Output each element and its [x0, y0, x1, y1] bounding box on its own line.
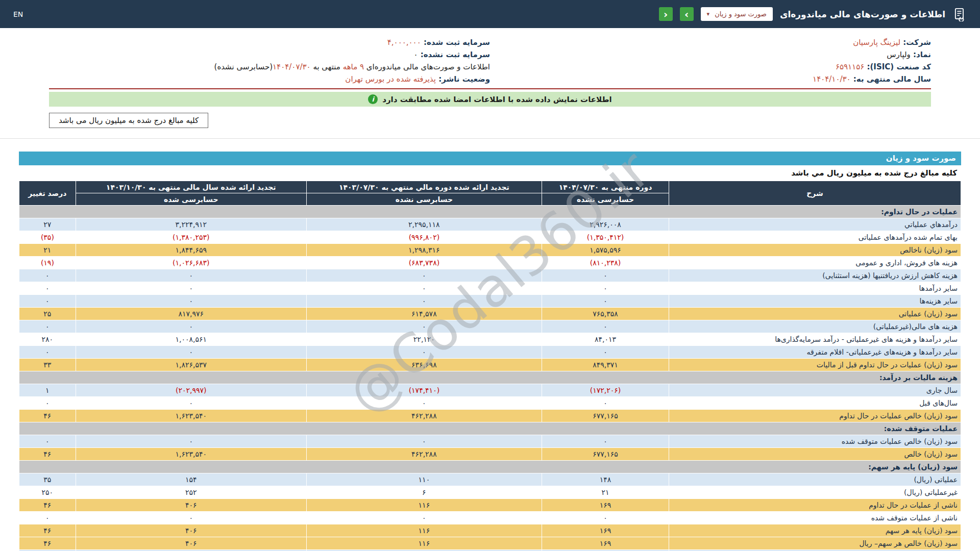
percent-change-cell: ۳۳: [19, 359, 76, 371]
value-cell: (۶۸۳,۷۳۸): [306, 257, 542, 269]
row-description: درآمدهاي عملياتي: [669, 218, 961, 231]
table-row: بهای تمام شده درآمدهای عملیاتی(۱,۳۵۰,۴۱۲…: [19, 231, 961, 244]
section-row: عملیات در حال تداوم:: [19, 206, 961, 218]
info-segment: لیزینگ پارسیان: [853, 38, 900, 47]
info-segment: سرمایه ثبت نشده:: [418, 50, 490, 59]
value-cell: ۰: [76, 397, 306, 410]
value-cell: ۱۱۶: [306, 524, 542, 537]
table-row: هزینه های مالی(غیرعملیاتی)۰۰۰۰: [19, 320, 961, 333]
percent-change-cell: ۴۶: [19, 410, 76, 422]
value-cell: ۱,۸۴۴,۶۵۹: [76, 244, 306, 257]
next-sheet-button[interactable]: ›: [680, 7, 694, 21]
section-row: هزینه مالیات بر درآمد:: [19, 371, 961, 384]
unit-note-wrap: کلیه مبالغ درج شده به میلیون ریال می باش…: [49, 113, 931, 128]
table-row: سایر درآمدها۰۰۰۰: [19, 282, 961, 295]
value-cell: ۰: [542, 269, 669, 282]
row-description: ناشی از عملیات در حال تداوم: [669, 499, 961, 512]
info-row: نماد: ولپارس: [490, 48, 931, 61]
row-description: سود (زيان) ناخالص: [669, 244, 961, 257]
value-cell: ۶: [306, 486, 542, 499]
value-cell: ۰: [76, 269, 306, 282]
info-segment: ۰: [413, 50, 418, 59]
percent-change-cell: ۱: [19, 384, 76, 397]
info-segment: ۱۴۰۴/۰۷/۳۰: [273, 62, 311, 71]
value-cell: ۱,۶۲۳,۵۴۰: [76, 410, 306, 422]
value-cell: ۱۱۶: [306, 537, 542, 550]
table-row: سال‌های قبل۰۰۰۰: [19, 397, 961, 410]
section-label: عملیات متوقف شده:: [19, 422, 961, 435]
value-cell: ۰: [542, 435, 669, 448]
value-cell: ۶۷۷,۱۶۵: [542, 448, 669, 461]
percent-change-cell: ۰: [19, 282, 76, 295]
prev-sheet-button[interactable]: ‹: [659, 7, 673, 21]
table-row: سال جاری(۱۷۲,۲۰۶)(۱۷۴,۴۱۰)(۲۰۲,۹۹۷)۱: [19, 384, 961, 397]
chevron-down-icon: ▾: [707, 11, 710, 17]
value-cell: (۲۰۲,۹۹۷): [76, 384, 306, 397]
value-cell: (۹۹۶,۸۰۲): [306, 231, 542, 244]
percent-change-cell: ۰: [19, 295, 76, 308]
percent-change-cell: (۱۹): [19, 257, 76, 269]
percent-change-cell: ۴۶: [19, 524, 76, 537]
percent-change-cell: ۰: [19, 346, 76, 359]
value-cell: ۰: [76, 435, 306, 448]
section-label: عملیات در حال تداوم:: [19, 206, 961, 218]
value-cell: ۱۶۹: [542, 499, 669, 512]
col-header-period-annual: تجدید ارائه شده سال مالی منتهی به ۱۴۰۳/۱…: [76, 181, 306, 193]
percent-change-cell: ۰: [19, 269, 76, 282]
table-row: غیرعملیاتی (ریال)۲۱۶۲۵۲۲۵۰: [19, 486, 961, 499]
value-cell: ۰: [306, 435, 542, 448]
info-segment: کد صنعت (ISIC):: [864, 62, 931, 71]
col-header-percent-change: درصد تغییر: [19, 181, 76, 206]
row-description: سایر درآمدها و هزینه های غیرعملیاتی - در…: [669, 333, 961, 346]
row-description: بهای تمام شده درآمدهای عملیاتی: [669, 231, 961, 244]
table-row: سود (زیان) خالص عملیات متوقف شده۰۰۰۰: [19, 435, 961, 448]
col-header-period-prior: تجدید ارائه شده دوره مالي منتهي به ۱۴۰۳/…: [306, 181, 542, 193]
table-row: ناشی از عملیات در حال تداوم۱۶۹۱۱۶۴۰۶۴۶: [19, 499, 961, 512]
match-notice-text: اطلاعات نمایش داده شده با اطلاعات امضا ش…: [382, 95, 611, 104]
sheet-select-dropdown[interactable]: صورت سود و زیان ▾: [701, 7, 773, 21]
statement-table-header: شرح دوره منتهی به ۱۴۰۴/۰۷/۳۰ تجدید ارائه…: [19, 181, 961, 206]
row-description: سال جاری: [669, 384, 961, 397]
value-cell: ۱,۸۲۶,۵۳۷: [76, 359, 306, 371]
value-cell: ۸۴۹,۳۷۱: [542, 359, 669, 371]
percent-change-cell: ۴۶: [19, 537, 76, 550]
info-segment: ۹ ماهه: [343, 62, 364, 71]
info-col-left: سرمایه ثبت شده: ۴,۰۰۰,۰۰۰سرمایه ثبت نشده…: [49, 36, 490, 85]
info-row: سرمایه ثبت شده: ۴,۰۰۰,۰۰۰: [49, 36, 490, 48]
info-segment: سرمایه ثبت شده:: [421, 38, 490, 47]
value-cell: ۰: [542, 397, 669, 410]
value-cell: ۳,۲۲۴,۹۱۲: [76, 218, 306, 231]
topbar: اطلاعات و صورت‌های مالی میاندوره‌ای صورت…: [0, 0, 980, 28]
table-row: درآمدهاي عملياتي۲,۹۲۶,۰۰۸۲,۲۹۵,۱۱۸۳,۲۲۴,…: [19, 218, 961, 231]
topbar-right-group: اطلاعات و صورت‌های مالی میاندوره‌ای صورت…: [659, 7, 967, 21]
section-row: عملیات متوقف شده:: [19, 422, 961, 435]
value-cell: ۱۶۹: [542, 524, 669, 537]
info-segment: (حسابرسی نشده): [214, 62, 273, 71]
language-toggle-en[interactable]: EN: [13, 10, 23, 18]
page-title: اطلاعات و صورت‌های مالی میاندوره‌ای: [780, 9, 945, 19]
percent-change-cell: ۰: [19, 320, 76, 333]
info-segment: ۱۴۰۴/۱۰/۳۰: [813, 74, 851, 84]
signature-match-notice: اطلاعات نمایش داده شده با اطلاعات امضا ش…: [49, 92, 931, 107]
percent-change-cell: ۲۱: [19, 244, 76, 257]
value-cell: ۰: [76, 320, 306, 333]
value-cell: ۲,۹۲۶,۰۰۸: [542, 218, 669, 231]
value-cell: ۴۰۶: [76, 537, 306, 550]
percent-change-cell: ۴۶: [19, 448, 76, 461]
value-cell: ۱,۶۲۳,۵۴۰: [76, 448, 306, 461]
value-cell: ۰: [306, 512, 542, 524]
value-cell: ۴۶۲,۲۸۸: [306, 410, 542, 422]
row-description: سود (زيان) عملياتی: [669, 308, 961, 320]
chevron-left-icon: ‹: [664, 9, 668, 19]
info-row: سرمایه ثبت نشده: ۰: [49, 48, 490, 61]
table-row: سایر درآمدها و هزینه‌های غیرعملیاتی- اقل…: [19, 346, 961, 359]
table-row: سایر هزینه‌ها۰۰۰۰: [19, 295, 961, 308]
value-cell: ۱۱۰: [306, 473, 542, 486]
table-row: عملیاتی (ریال)۱۴۸۱۱۰۱۵۴۳۵: [19, 473, 961, 486]
value-cell: ۸۴,۰۱۳: [542, 333, 669, 346]
value-cell: ۱۶۹: [542, 537, 669, 550]
info-row: وضعیت ناشر: پذیرفته شده در بورس تهران: [49, 73, 490, 85]
value-cell: ۰: [306, 282, 542, 295]
info-segment: اطلاعات و صورت‌های مالی میاندوره‌ای: [364, 62, 490, 71]
row-description: سال‌های قبل: [669, 397, 961, 410]
